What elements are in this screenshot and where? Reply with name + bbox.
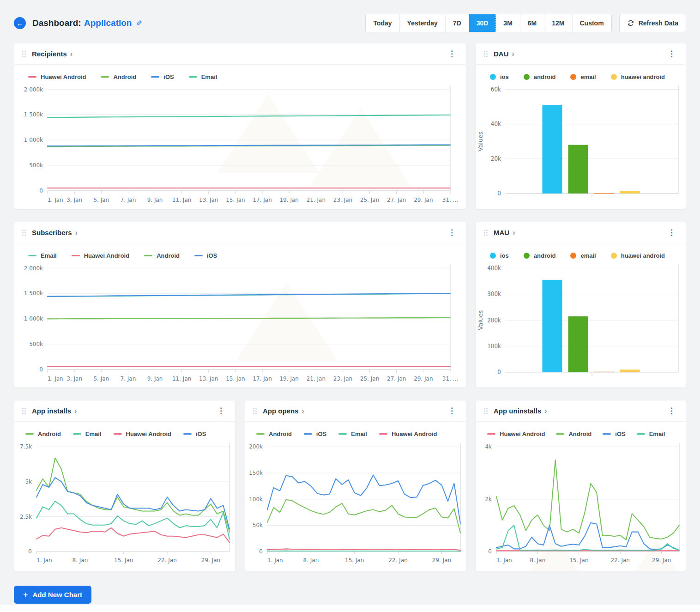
card-title-app-uninstalls[interactable]: App uninstalls <box>494 407 541 415</box>
legend-item-ios[interactable]: ios <box>490 73 509 80</box>
legend-label: email <box>580 252 596 259</box>
range-custom[interactable]: Custom <box>573 14 611 32</box>
kebab-menu-icon[interactable]: ⋮ <box>445 405 459 417</box>
kebab-menu-icon[interactable]: ⋮ <box>445 48 459 60</box>
legend-swatch <box>194 255 203 256</box>
time-range-group: Today Yesterday 7D 30D 3M 6M 12M Custom <box>365 14 611 32</box>
legend-item-email[interactable]: email <box>570 73 596 80</box>
legend-app-opens: AndroidiOSEmailHuawei Android <box>245 422 466 439</box>
svg-text:13. Jan: 13. Jan <box>199 375 218 382</box>
legend-item-android[interactable]: android <box>524 252 556 259</box>
legend-item-android[interactable]: Android <box>144 252 180 259</box>
legend-label: Android <box>269 430 292 437</box>
svg-text:23. Jan: 23. Jan <box>333 375 352 382</box>
drag-handle-icon[interactable] <box>483 51 488 57</box>
legend-item-huawei-android[interactable]: huawei android <box>611 252 665 259</box>
drag-handle-icon[interactable] <box>22 51 26 57</box>
legend-item-email[interactable]: Email <box>637 430 665 437</box>
add-new-chart-button[interactable]: + Add New Chart <box>14 586 91 604</box>
page-title: Dashboard: <box>32 18 81 28</box>
refresh-data-button[interactable]: Refresh Data <box>619 14 686 32</box>
legend-item-android[interactable]: Android <box>256 430 292 437</box>
legend-item-huawei-android[interactable]: Huawei Android <box>28 73 86 80</box>
card-title-dau[interactable]: DAU <box>494 50 509 58</box>
legend-label: iOS <box>196 430 206 437</box>
svg-text:5. Jan: 5. Jan <box>93 375 109 382</box>
add-new-chart-label: Add New Chart <box>33 591 83 599</box>
legend-dau: iosandroidemailhuawei android <box>476 65 686 82</box>
legend-swatch <box>304 433 312 435</box>
svg-text:5. Jan: 5. Jan <box>93 196 109 203</box>
legend-item-email[interactable]: Email <box>189 73 217 80</box>
drag-handle-icon[interactable] <box>253 408 257 414</box>
range-today[interactable]: Today <box>366 14 399 32</box>
range-12m[interactable]: 12M <box>544 14 572 32</box>
legend-item-email[interactable]: Email <box>28 252 57 259</box>
legend-label: iOS <box>615 430 625 437</box>
kebab-menu-icon[interactable]: ⋮ <box>665 405 678 417</box>
svg-text:60k: 60k <box>491 85 501 93</box>
range-yesterday[interactable]: Yesterday <box>400 14 446 32</box>
svg-text:1 500k: 1 500k <box>24 111 43 118</box>
drag-handle-icon[interactable] <box>483 230 488 236</box>
svg-text:27. Jan: 27. Jan <box>387 196 406 203</box>
legend-item-android[interactable]: Android <box>101 73 136 80</box>
legend-swatch <box>524 74 530 80</box>
svg-text:22. Jan: 22. Jan <box>611 557 630 563</box>
svg-text:22. Jan: 22. Jan <box>157 557 176 563</box>
legend-item-huawei-android[interactable]: Huawei Android <box>379 430 437 437</box>
back-button[interactable]: ← <box>14 17 26 29</box>
legend-item-huawei-android[interactable]: Huawei Android <box>114 430 171 437</box>
chart-recipients: 0500k1 000k1 500k2 000k1. Jan3. Jan5. Ja… <box>14 82 466 209</box>
card-app-opens: App opens › ⋮ AndroidiOSEmailHuawei Andr… <box>245 400 466 572</box>
drag-handle-icon[interactable] <box>483 408 488 414</box>
edit-pencil-icon[interactable]: ✎ <box>136 19 142 28</box>
chevron-right-icon: › <box>544 407 547 415</box>
svg-text:9. Jan: 9. Jan <box>147 196 163 203</box>
chevron-right-icon: › <box>74 407 77 415</box>
range-6m[interactable]: 6M <box>520 14 544 32</box>
legend-item-huawei-android[interactable]: Huawei Android <box>72 252 129 259</box>
svg-text:8. Jan: 8. Jan <box>72 557 88 563</box>
range-30d[interactable]: 30D <box>469 14 496 32</box>
legend-item-ios[interactable]: ios <box>490 252 509 259</box>
card-title-recipients[interactable]: Recipients <box>32 50 67 58</box>
legend-swatch <box>189 76 197 78</box>
dashboard-name-link[interactable]: Application <box>84 18 132 28</box>
legend-subscribers: EmailHuawei AndroidAndroidiOS <box>14 243 466 261</box>
kebab-menu-icon[interactable]: ⋮ <box>445 227 459 238</box>
legend-item-email[interactable]: email <box>570 252 596 259</box>
legend-item-email[interactable]: Email <box>73 430 102 437</box>
svg-text:0: 0 <box>259 548 263 555</box>
svg-text:1. Jan: 1. Jan <box>36 557 52 563</box>
legend-item-android[interactable]: Android <box>556 430 591 437</box>
legend-item-android[interactable]: android <box>524 73 556 80</box>
card-title-subscribers[interactable]: Subscribers <box>32 229 72 236</box>
kebab-menu-icon[interactable]: ⋮ <box>214 405 228 417</box>
legend-item-ios[interactable]: iOS <box>304 430 326 437</box>
range-7d[interactable]: 7D <box>446 14 469 32</box>
drag-handle-icon[interactable] <box>22 408 26 414</box>
legend-item-ios[interactable]: iOS <box>151 73 174 80</box>
range-3m[interactable]: 3M <box>496 14 520 32</box>
svg-text:0: 0 <box>488 548 492 555</box>
kebab-menu-icon[interactable]: ⋮ <box>665 48 678 60</box>
svg-text:19. Jan: 19. Jan <box>280 375 299 382</box>
kebab-menu-icon[interactable]: ⋮ <box>665 227 678 238</box>
legend-item-email[interactable]: Email <box>338 430 367 437</box>
legend-item-ios[interactable]: iOS <box>194 252 217 259</box>
plus-icon: + <box>23 592 28 598</box>
svg-text:29. Jan: 29. Jan <box>432 557 451 563</box>
card-title-mau[interactable]: MAU <box>494 229 509 236</box>
drag-handle-icon[interactable] <box>22 230 26 236</box>
card-title-app-opens[interactable]: App opens <box>263 407 299 415</box>
legend-item-huawei-android[interactable]: huawei android <box>611 73 665 80</box>
legend-item-ios[interactable]: iOS <box>603 430 625 437</box>
legend-item-ios[interactable]: iOS <box>183 430 206 437</box>
legend-item-android[interactable]: Android <box>25 430 61 437</box>
legend-swatch <box>144 255 152 256</box>
card-title-app-installs[interactable]: App installs <box>32 407 71 415</box>
svg-text:0: 0 <box>497 190 501 197</box>
legend-item-huawei-android[interactable]: Huawei Android <box>487 430 545 437</box>
svg-text:23. Jan: 23. Jan <box>333 196 352 203</box>
